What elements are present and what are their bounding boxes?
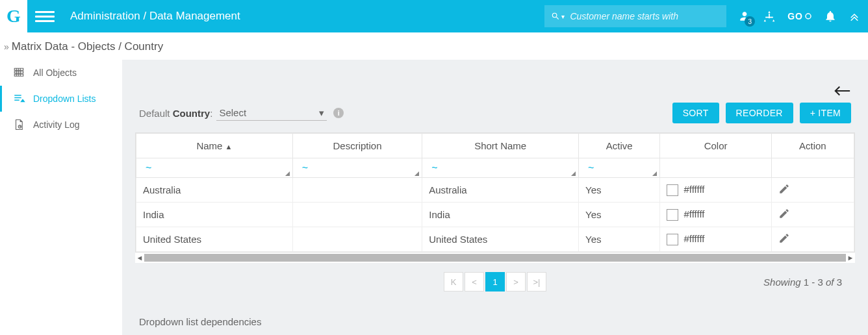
cell-color: #ffffff xyxy=(660,227,771,252)
content-area: Default Country: Select▾ i SORT REORDER … xyxy=(122,60,868,335)
user-badge: 3 xyxy=(745,16,755,27)
cell-short-name: India xyxy=(422,203,579,227)
sidebar-item-label: Dropdown Lists xyxy=(33,93,96,104)
col-description[interactable]: Description xyxy=(292,134,422,158)
expand-icon[interactable]: » xyxy=(4,42,9,52)
col-action[interactable]: Action xyxy=(771,134,854,158)
page-next[interactable]: > xyxy=(506,272,526,292)
page-prev[interactable]: < xyxy=(465,272,484,292)
go-button[interactable]: GO xyxy=(787,11,812,21)
table-row: United StatesUnited StatesYes#ffffff xyxy=(136,227,854,252)
edit-icon[interactable] xyxy=(778,235,790,246)
bell-icon[interactable] xyxy=(824,10,837,23)
add-item-button[interactable]: + ITEM xyxy=(800,103,851,123)
filter-description[interactable]: ~ xyxy=(293,158,422,177)
page-first[interactable]: K xyxy=(444,272,463,292)
dependencies-heading: Dropdown list dependencies xyxy=(122,301,868,335)
reorder-button[interactable]: REORDER xyxy=(726,103,793,123)
default-country-select[interactable]: Select▾ xyxy=(216,106,327,121)
svg-point-0 xyxy=(806,14,811,19)
search-scope-caret-icon[interactable]: ▾ xyxy=(561,13,565,20)
col-active[interactable]: Active xyxy=(579,134,660,158)
page-title: Matrix Data - Objects / Country xyxy=(12,40,163,53)
sidebar-item-dropdown-lists[interactable]: Dropdown Lists xyxy=(0,86,122,112)
left-sidebar: All Objects Dropdown Lists Activity Log xyxy=(0,60,122,335)
filter-active[interactable]: ~ xyxy=(579,158,659,177)
cell-action xyxy=(771,178,854,203)
page-last[interactable]: >| xyxy=(527,272,546,292)
scroll-right-icon[interactable]: ► xyxy=(846,254,855,262)
col-color[interactable]: Color xyxy=(660,134,771,158)
sidebar-item-all-objects[interactable]: All Objects xyxy=(0,60,122,86)
cell-description xyxy=(292,178,422,203)
cell-name: United States xyxy=(136,227,293,252)
info-icon[interactable]: i xyxy=(333,108,344,118)
cell-description xyxy=(292,203,422,227)
menu-toggle-icon[interactable] xyxy=(35,8,55,25)
sort-button[interactable]: SORT xyxy=(672,103,719,123)
pagination: K < 1 > >| xyxy=(444,272,546,292)
cell-active: Yes xyxy=(579,178,660,203)
log-icon xyxy=(12,119,25,130)
filter-short-name[interactable]: ~ xyxy=(422,158,578,177)
default-country-label: Default Country: xyxy=(139,108,212,119)
cell-color: #ffffff xyxy=(660,178,771,203)
sidebar-item-label: All Objects xyxy=(33,68,77,78)
filter-name[interactable]: ~ xyxy=(136,158,292,177)
horizontal-scrollbar[interactable]: ◄ ► xyxy=(135,253,855,263)
search-input[interactable] xyxy=(570,11,720,21)
col-short-name[interactable]: Short Name xyxy=(422,134,579,158)
global-search[interactable]: ▾ xyxy=(544,5,726,27)
cell-description xyxy=(292,227,422,252)
cell-name: Australia xyxy=(136,178,293,203)
page-title-row: » Matrix Data - Objects / Country xyxy=(0,32,868,60)
cell-active: Yes xyxy=(579,203,660,227)
edit-icon[interactable] xyxy=(778,186,790,197)
table-row: IndiaIndiaYes#ffffff xyxy=(136,203,854,227)
cell-short-name: Australia xyxy=(422,178,579,203)
filter-action xyxy=(771,158,854,178)
cell-color: #ffffff xyxy=(660,203,771,227)
user-icon[interactable]: 3 xyxy=(738,10,751,23)
cell-short-name: United States xyxy=(422,227,579,252)
country-table: Name▲ Description Short Name Active Colo… xyxy=(135,132,855,253)
sort-asc-icon: ▲ xyxy=(225,143,232,151)
collapse-icon[interactable] xyxy=(849,10,860,22)
col-name[interactable]: Name▲ xyxy=(136,134,293,158)
top-bar: G Administration / Data Management ▾ 3 G… xyxy=(0,0,868,32)
sidebar-item-label: Activity Log xyxy=(33,119,80,130)
cell-active: Yes xyxy=(579,227,660,252)
sidebar-item-activity-log[interactable]: Activity Log xyxy=(0,112,122,138)
edit-icon[interactable] xyxy=(778,210,790,221)
breadcrumb[interactable]: Administration / Data Management xyxy=(70,10,240,23)
cell-action xyxy=(771,227,854,252)
back-arrow-icon[interactable] xyxy=(833,84,851,99)
list-icon xyxy=(12,93,25,105)
app-logo[interactable]: G xyxy=(0,0,27,32)
filter-color[interactable] xyxy=(660,158,771,178)
grid-icon xyxy=(12,67,25,79)
org-icon[interactable] xyxy=(763,10,776,23)
scroll-left-icon[interactable]: ◄ xyxy=(135,254,144,262)
table-row: AustraliaAustraliaYes#ffffff xyxy=(136,178,854,203)
page-current[interactable]: 1 xyxy=(485,272,505,292)
cell-action xyxy=(771,203,854,227)
showing-text: Showing 1 - 3 of 3 xyxy=(763,277,842,288)
search-icon xyxy=(551,11,560,21)
cell-name: India xyxy=(136,203,293,227)
